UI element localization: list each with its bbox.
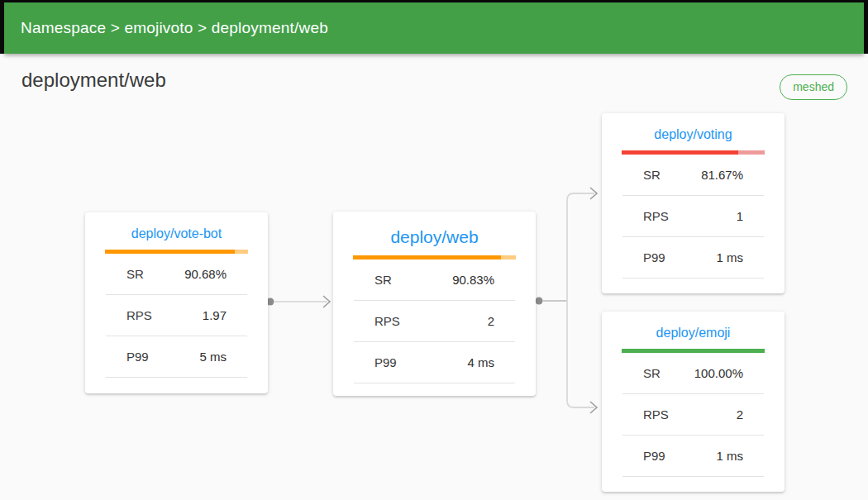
metric-label: RPS	[374, 314, 400, 328]
metric-row-rps: RPS 1	[622, 196, 764, 237]
metric-value: 90.68%	[184, 267, 227, 281]
linkerd-dashboard: { "header": { "breadcrumb": "Namespace >…	[0, 0, 868, 500]
metric-label: SR	[374, 273, 392, 287]
page-title: deployment/web	[21, 69, 166, 92]
node-link-emoji[interactable]: deploy/emoji	[622, 326, 765, 340]
metric-row-rps: RPS 2	[622, 394, 764, 436]
node-card-vote-bot: deploy/vote-bot SR 90.68% RPS 1.97 P99 5…	[85, 212, 268, 393]
node-card-voting: deploy/voting SR 81.67% RPS 1 P99 1 ms	[602, 113, 785, 293]
metric-row-sr: SR 90.68%	[106, 254, 247, 295]
edge-web-fork	[536, 188, 598, 413]
metric-value: 81.67%	[701, 168, 743, 182]
metric-label: SR	[643, 168, 661, 182]
node-link-vote-bot[interactable]: deploy/vote-bot	[105, 226, 248, 241]
edge-votebot-to-web	[267, 296, 331, 307]
metric-label: P99	[643, 449, 665, 463]
metric-value: 2	[737, 407, 743, 421]
metric-label: P99	[374, 355, 397, 369]
meshed-status-badge: meshed	[780, 74, 847, 100]
metric-label: P99	[643, 250, 665, 264]
metric-row-sr: SR 100.00%	[622, 353, 764, 394]
metric-value: 1 ms	[716, 449, 743, 463]
metric-label: SR	[126, 267, 144, 281]
metric-row-rps: RPS 1.97	[106, 295, 247, 336]
metric-row-p99: P99 4 ms	[354, 342, 515, 383]
metric-value: 4 ms	[467, 355, 494, 369]
metric-row-rps: RPS 2	[354, 301, 515, 342]
metric-label: RPS	[126, 308, 152, 322]
metric-row-sr: SR 81.67%	[622, 155, 764, 196]
metric-label: RPS	[643, 407, 669, 421]
node-card-web: deploy/web SR 90.83% RPS 2 P99 4 ms	[333, 212, 536, 396]
metric-row-sr: SR 90.83%	[354, 260, 515, 301]
metric-value: 2	[488, 314, 494, 328]
app-bar: Namespace > emojivoto > deployment/web	[4, 2, 864, 54]
window-chrome: Namespace > emojivoto > deployment/web	[0, 0, 868, 54]
node-link-web[interactable]: deploy/web	[353, 226, 516, 247]
metric-value: 1.97	[203, 308, 227, 322]
metric-label: P99	[126, 350, 149, 364]
metric-value: 90.83%	[452, 273, 494, 287]
metric-label: SR	[643, 366, 661, 380]
node-link-voting[interactable]: deploy/voting	[622, 127, 765, 142]
metric-value: 100.00%	[694, 366, 743, 380]
metric-row-p99: P99 1 ms	[622, 436, 764, 477]
metric-label: RPS	[643, 209, 669, 223]
breadcrumb[interactable]: Namespace > emojivoto > deployment/web	[4, 19, 328, 37]
main-content: deployment/web meshed deploy/vote-bot SR…	[0, 54, 868, 500]
metric-value: 1 ms	[716, 250, 743, 264]
metric-value: 5 ms	[199, 350, 227, 364]
metric-row-p99: P99 1 ms	[622, 237, 764, 279]
node-card-emoji: deploy/emoji SR 100.00% RPS 2 P99 1 ms	[602, 312, 785, 492]
metric-row-p99: P99 5 ms	[106, 336, 247, 378]
metric-value: 1	[737, 209, 743, 223]
